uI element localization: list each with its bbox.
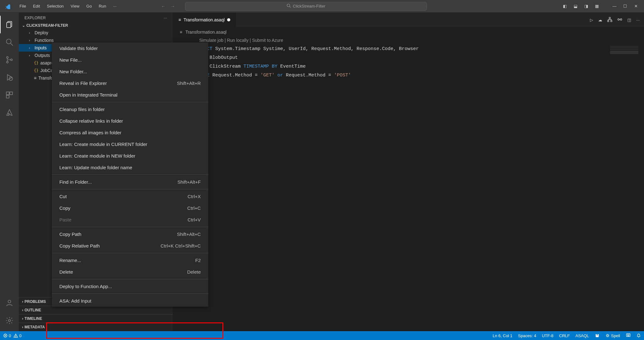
code-editor[interactable]: SELECT System.Timestamp Systime, UserId,…: [195, 45, 419, 331]
ctx-find-in-folder[interactable]: Find in Folder...Shift+Alt+F: [52, 176, 208, 188]
layout-customize-icon[interactable]: ▦: [592, 2, 601, 11]
chevron-right-icon: ›: [22, 316, 23, 321]
svg-point-7: [7, 61, 8, 63]
tab-transformation[interactable]: ≡ Transformation.asaql: [173, 13, 236, 27]
section-outline[interactable]: ›OUTLINE: [19, 306, 173, 314]
ctx-copy[interactable]: CopyCtrl+C: [52, 202, 208, 214]
minimap[interactable]: [610, 46, 638, 54]
status-feedback-icon[interactable]: [626, 333, 631, 338]
layout-toggle-panel-icon[interactable]: ⬓: [571, 2, 580, 11]
svg-point-15: [8, 320, 11, 322]
codelens-simulate[interactable]: Simulate job: [199, 38, 223, 43]
ctx-deploy-to-function-app[interactable]: Deploy to Function App...: [52, 281, 208, 292]
activity-source-control-icon[interactable]: [0, 51, 19, 69]
ctx-reveal-in-file-explorer[interactable]: Reveal in File ExplorerShift+Alt+R: [52, 77, 208, 89]
codelens-run[interactable]: Run locally: [227, 38, 248, 43]
ctx-rename[interactable]: Rename...F2: [52, 254, 208, 266]
breadcrumb[interactable]: ≡ Transformation.asaql: [173, 27, 644, 37]
folder-section-title: CLICKSTREAM-FILTER: [26, 23, 68, 28]
svg-rect-12: [10, 92, 13, 95]
window-minimize-icon[interactable]: —: [610, 2, 619, 11]
activity-accounts-icon[interactable]: [0, 294, 19, 312]
status-bar: 0 0 Ln 6, Col 1 Spaces: 4 UTF-8 CRLF ASA…: [0, 331, 644, 340]
layout-toggle-sidebar-right-icon[interactable]: ◨: [582, 2, 591, 11]
ctx-new-folder[interactable]: New Folder...: [52, 66, 208, 77]
status-cursor[interactable]: Ln 6, Col 1: [493, 333, 512, 338]
menu-selection[interactable]: Selection: [44, 2, 67, 10]
svg-point-0: [287, 4, 290, 7]
ctx-validate-this-folder[interactable]: Validate this folder: [52, 42, 208, 54]
ctx-compress-all-images-in-folder[interactable]: Compress all images in folder: [52, 127, 208, 138]
menu-edit[interactable]: Edit: [30, 2, 43, 10]
svg-rect-17: [608, 20, 609, 22]
codelens-submit[interactable]: Submit to Azure: [252, 38, 283, 43]
svg-rect-13: [6, 95, 9, 98]
ctx-cut[interactable]: CutCtrl+X: [52, 191, 208, 202]
activity-explorer-icon[interactable]: [0, 16, 19, 33]
menu-file[interactable]: File: [16, 2, 29, 10]
context-menu: Validate this folderNew File...New Folde…: [52, 42, 208, 307]
editor-run-icon[interactable]: ▷: [590, 18, 593, 22]
ctx-copy-relative-path[interactable]: Copy Relative PathCtrl+K Ctrl+Shift+C: [52, 240, 208, 252]
window-maximize-icon[interactable]: ☐: [621, 2, 630, 11]
editor-more-icon[interactable]: ···: [636, 18, 640, 22]
menu-view[interactable]: View: [68, 2, 83, 10]
section-timeline[interactable]: ›TIMELINE: [19, 314, 173, 323]
ctx-collapse-relative-links-in-folder[interactable]: Collapse relative links in folder: [52, 115, 208, 127]
nav-back-icon[interactable]: ←: [161, 4, 166, 9]
nav-forward-icon[interactable]: →: [171, 4, 175, 9]
ctx-learn-create-module-in-current-folder[interactable]: Learn: Create module in CURRENT folder: [52, 138, 208, 150]
ctx-learn-create-module-in-new-folder[interactable]: Learn: Create module in NEW folder: [52, 150, 208, 162]
command-center[interactable]: ClickStream-Filter: [185, 2, 427, 11]
svg-line-1: [290, 7, 291, 8]
editor-split-icon[interactable]: ◫: [627, 18, 631, 22]
chevron-right-icon: ›: [29, 31, 33, 35]
ctx-cleanup-files-in-folder[interactable]: Cleanup files in folder: [52, 103, 208, 115]
chevron-right-icon: ›: [22, 299, 23, 304]
status-bell-icon[interactable]: [636, 333, 641, 338]
chevron-right-icon: ›: [29, 53, 33, 57]
folder-deploy[interactable]: ›Deploy: [19, 29, 173, 36]
search-icon: [287, 3, 291, 9]
ctx-copy-path[interactable]: Copy PathShift+Alt+C: [52, 228, 208, 240]
explorer-more-icon[interactable]: ···: [164, 16, 167, 20]
status-language[interactable]: ASAQL: [576, 333, 589, 338]
status-errors[interactable]: 0: [3, 333, 11, 338]
chevron-right-icon: ›: [22, 308, 23, 312]
ctx-learn-update-module-folder-name[interactable]: Learn: Update module folder name: [52, 162, 208, 173]
status-spell[interactable]: Spell: [605, 333, 620, 338]
ctx-delete[interactable]: DeleteDelete: [52, 266, 208, 278]
status-spaces[interactable]: Spaces: 4: [518, 333, 536, 338]
editor-hierarchy-icon[interactable]: [607, 17, 612, 23]
svg-point-33: [629, 335, 629, 335]
ctx-new-file[interactable]: New File...: [52, 54, 208, 66]
window-close-icon[interactable]: ✕: [631, 2, 640, 11]
status-copilot-icon[interactable]: [595, 333, 600, 338]
activity-azure-icon[interactable]: [0, 104, 19, 121]
activity-run-debug-icon[interactable]: [0, 69, 19, 86]
ctx-open-in-integrated-terminal[interactable]: Open in Integrated Terminal: [52, 89, 208, 101]
breadcrumb-file: Transformation.asaql: [185, 30, 226, 35]
status-warnings[interactable]: 0: [14, 333, 21, 338]
menu-go[interactable]: Go: [83, 2, 95, 10]
menu-overflow-icon[interactable]: ···: [109, 2, 120, 10]
status-encoding[interactable]: UTF-8: [542, 333, 554, 338]
file-icon: ≡: [178, 17, 181, 22]
file-icon: ≡: [180, 30, 182, 35]
ctx-asa-add-input[interactable]: ASA: Add Input: [52, 295, 208, 307]
activity-search-icon[interactable]: [0, 33, 19, 51]
section-metadata[interactable]: ›METADATA: [19, 323, 173, 331]
editor-compare-icon[interactable]: [617, 17, 622, 23]
layout-toggle-sidebar-icon[interactable]: ◧: [560, 2, 569, 11]
chevron-right-icon: ›: [29, 38, 33, 42]
activity-settings-icon[interactable]: [0, 312, 19, 329]
status-eol[interactable]: CRLF: [559, 333, 570, 338]
menu-run[interactable]: Run: [96, 2, 109, 10]
tab-label: Transformation.asaql: [183, 17, 225, 22]
ctx-paste: PasteCtrl+V: [52, 214, 208, 226]
folder-section-header[interactable]: ⌄ CLICKSTREAM-FILTER: [19, 22, 173, 29]
editor-cloud-icon[interactable]: ☁: [598, 18, 602, 22]
svg-point-32: [627, 335, 628, 335]
chevron-down-icon: ⌄: [22, 23, 25, 28]
activity-extensions-icon[interactable]: [0, 86, 19, 104]
